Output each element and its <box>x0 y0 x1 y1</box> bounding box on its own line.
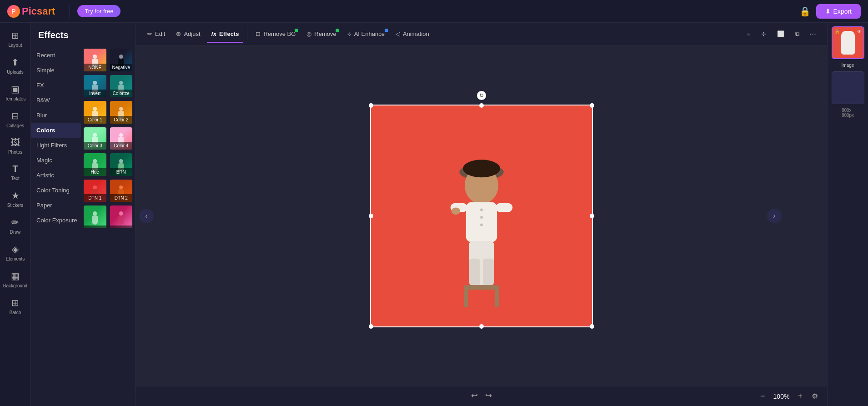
effects-fx-icon: fx <box>211 30 217 37</box>
sidebar-item-uploads[interactable]: ⬆ Uploads <box>2 53 29 78</box>
export-icon: ⬇ <box>825 8 831 15</box>
category-artistic[interactable]: Artistic <box>31 168 81 183</box>
effects-button[interactable]: fx Effects <box>207 28 244 40</box>
effects-title: Effects <box>31 23 135 46</box>
filter-negative-label: Negative <box>110 64 133 71</box>
filter-none-label: NONE <box>84 64 106 71</box>
sidebar-item-background[interactable]: ▦ Background <box>2 267 29 292</box>
resize-icon: ⬜ <box>777 30 784 37</box>
toolbar: ✏ Edit ⊜ Adjust fx Effects ⊡ Remove BG ◎… <box>135 23 827 45</box>
canvas-nav-right[interactable]: › <box>767 209 782 223</box>
sidebar-item-batch[interactable]: ⊞ Batch <box>2 294 29 319</box>
try-for-free-button[interactable]: Try for free <box>77 5 120 17</box>
layer-thumb-blank[interactable] <box>832 71 864 104</box>
layer-eye-icon[interactable]: 👁 <box>857 29 862 34</box>
sidebar-item-draw[interactable]: ✏ Draw <box>2 213 29 238</box>
undo-button[interactable]: ↩ <box>469 389 480 402</box>
templates-icon: ▣ <box>11 84 20 95</box>
category-colors[interactable]: Colors <box>31 123 81 138</box>
filter-color1-label: Color 1 <box>84 116 106 124</box>
filter-color4[interactable]: Color 4 <box>109 126 134 151</box>
main-area: ⊞ Layout ⬆ Uploads ▣ Templates ⊟ Collage… <box>0 23 868 406</box>
canvas-area: ‹ <box>135 45 827 406</box>
filter-invert-label: Invert <box>84 90 106 97</box>
sidebar-item-templates[interactable]: ▣ Templates <box>2 80 29 105</box>
filter-last1[interactable] <box>83 205 107 229</box>
filter-none[interactable]: NONE <box>83 48 107 72</box>
animation-button[interactable]: ◁ Animation <box>391 28 434 40</box>
filter-negative[interactable]: Negative <box>109 48 134 72</box>
zoom-in-button[interactable]: + <box>796 390 804 403</box>
sidebar-item-label-templates: Templates <box>5 96 26 101</box>
remove-bg-button[interactable]: ⊡ Remove BG <box>251 28 300 40</box>
undo-redo-group: ↩ ↪ <box>469 389 494 402</box>
sidebar-item-photos[interactable]: 🖼 Photos <box>2 134 29 158</box>
redo-button[interactable]: ↪ <box>483 389 494 402</box>
filter-colorize[interactable]: Colortze <box>109 74 134 99</box>
category-color-toning[interactable]: Color Toning <box>31 183 81 198</box>
sidebar-item-label-draw: Draw <box>10 230 20 235</box>
filter-hue[interactable]: Hue <box>83 152 107 177</box>
edit-icon: ✏ <box>147 30 152 37</box>
category-blur[interactable]: Blur <box>31 108 81 123</box>
category-bw[interactable]: B&W <box>31 93 81 108</box>
rotate-handle[interactable]: ↻ <box>477 91 486 100</box>
svg-rect-12 <box>482 258 493 285</box>
edit-button[interactable]: ✏ Edit <box>143 28 170 40</box>
remove-button[interactable]: ◎ Remove <box>302 28 341 40</box>
zoom-out-button[interactable]: − <box>758 390 767 403</box>
category-color-exposure[interactable]: Color Exposure <box>31 213 81 228</box>
filter-color3[interactable]: Color 3 <box>83 126 107 151</box>
export-button[interactable]: ⬇ Export <box>816 4 861 19</box>
zoom-settings-button[interactable]: ⚙ <box>810 390 820 402</box>
ai-enhance-button[interactable]: ⟡ AI Enhance <box>343 28 389 40</box>
svg-rect-15 <box>464 289 468 307</box>
effects-panel: Effects Recent Simple FX B&W Blur Colors… <box>31 23 135 406</box>
adjust-button[interactable]: ⊜ Adjust <box>171 28 205 40</box>
svg-rect-16 <box>495 289 499 307</box>
category-recent[interactable]: Recent <box>31 48 81 63</box>
canvas-image[interactable]: ↻ <box>370 105 593 327</box>
crop-button[interactable]: ⊹ <box>757 28 771 40</box>
filter-color2[interactable]: Color 2 <box>109 100 134 125</box>
duplicate-icon: ⧉ <box>795 30 799 38</box>
resize-button[interactable]: ⬜ <box>773 28 789 40</box>
category-simple[interactable]: Simple <box>31 63 81 78</box>
bottom-bar: ↩ ↪ − 100% + ⚙ <box>135 386 827 406</box>
category-light-filters[interactable]: Light Filters <box>31 138 81 153</box>
left-sidebar: ⊞ Layout ⬆ Uploads ▣ Templates ⊟ Collage… <box>0 23 31 406</box>
more-button[interactable]: ··· <box>806 27 820 40</box>
align-button[interactable]: ≡ <box>742 28 755 40</box>
filter-dtn1[interactable]: DTN 1 <box>83 179 107 203</box>
category-magic[interactable]: Magic <box>31 153 81 168</box>
filter-invert[interactable]: Invert <box>83 74 107 99</box>
layer-thumb-image[interactable]: 🔒 👁 <box>832 26 864 59</box>
background-icon: ▦ <box>11 271 20 281</box>
sidebar-item-collages[interactable]: ⊟ Collages <box>2 107 29 132</box>
filter-last2[interactable] <box>109 205 134 229</box>
sidebar-item-stickers[interactable]: ★ Stickers <box>2 186 29 211</box>
sidebar-item-text[interactable]: T Text <box>2 160 29 185</box>
right-panel: 🔒 👁 Image 800x800px <box>827 23 868 406</box>
category-fx[interactable]: FX <box>31 78 81 93</box>
ai-enhance-icon: ⟡ <box>347 30 351 38</box>
center-area: ✏ Edit ⊜ Adjust fx Effects ⊡ Remove BG ◎… <box>135 23 827 406</box>
sidebar-item-label-layout: Layout <box>8 43 22 48</box>
filter-brn[interactable]: BRN <box>109 152 134 177</box>
sidebar-item-layout[interactable]: ⊞ Layout <box>2 26 29 51</box>
sidebar-item-elements[interactable]: ◈ Elements <box>2 240 29 265</box>
canvas-nav-left[interactable]: ‹ <box>139 209 154 223</box>
filter-color1[interactable]: Color 1 <box>83 100 107 125</box>
uploads-icon: ⬆ <box>11 57 19 68</box>
svg-point-6 <box>480 216 483 219</box>
filter-color2-label: Color 2 <box>110 116 133 124</box>
svg-rect-4 <box>466 202 497 242</box>
filter-dtn2[interactable]: DTN 2 <box>109 179 134 203</box>
svg-rect-14 <box>464 285 499 290</box>
filter-last2-label <box>110 226 133 228</box>
duplicate-button[interactable]: ⧉ <box>791 28 804 40</box>
category-paper[interactable]: Paper <box>31 198 81 213</box>
toolbar-divider-1 <box>247 29 247 40</box>
sidebar-item-label-elements: Elements <box>6 256 25 261</box>
draw-icon: ✏ <box>11 217 19 228</box>
